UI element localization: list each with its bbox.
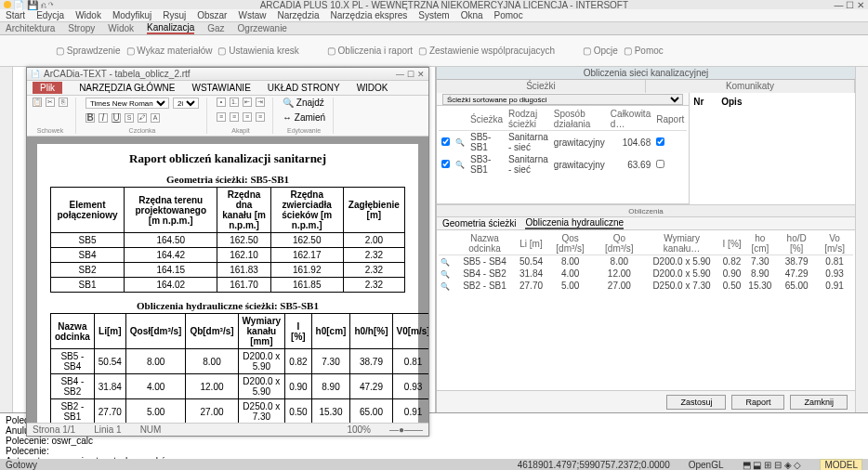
- app-menubar[interactable]: StartEdycjaWidokModyfikujRysujObszarWsta…: [0, 9, 868, 22]
- indent-dec-icon[interactable]: ⇤: [243, 98, 252, 107]
- te-max-button[interactable]: ☐: [407, 70, 414, 79]
- bullets-icon[interactable]: •: [217, 98, 226, 107]
- te-tab-0[interactable]: Plik: [33, 82, 62, 94]
- qat-icon: [4, 1, 11, 8]
- underline-button[interactable]: U: [112, 113, 121, 123]
- filter-select[interactable]: Ścieżki sortowane po długości: [442, 94, 683, 105]
- ribbon-tab-0[interactable]: Architektura: [6, 23, 55, 33]
- font-select[interactable]: Times New Roman: [85, 98, 169, 109]
- ribbon-panel[interactable]: ▢ Sprawdzenie▢ Wykaz materiałów▢ Ustawie…: [0, 35, 868, 67]
- paste-icon[interactable]: 📋: [33, 98, 42, 107]
- menu-pomoc[interactable]: Pomoc: [494, 10, 523, 20]
- te-tab-4[interactable]: WIDOK: [357, 83, 388, 93]
- strike-button[interactable]: S: [125, 113, 134, 123]
- menu-modyfikuj[interactable]: Modyfikuj: [112, 10, 151, 20]
- zoom-slider[interactable]: —●——: [389, 424, 423, 435]
- ribbon-tab-5[interactable]: Ogrzewanie: [238, 23, 287, 33]
- window-controls[interactable]: — ☐ ✕: [834, 0, 864, 10]
- align-center-icon[interactable]: ≡: [230, 112, 239, 122]
- calc-tab-0[interactable]: Geometria ścieżki: [442, 218, 516, 228]
- ribbon-item[interactable]: ▢ Pomoc: [624, 46, 664, 56]
- magnify-icon[interactable]: 🔍: [453, 153, 467, 176]
- panel-subtabs[interactable]: ŚcieżkiKomunikaty: [437, 80, 855, 93]
- zamknij-button[interactable]: Zamknij: [790, 395, 848, 410]
- te-ribbon[interactable]: 📋 ✂ ⎘ Schowek Times New Roman 20 B I U: [27, 96, 428, 137]
- te-document-area[interactable]: Raport obliczeń kanalizacji sanitarnej G…: [27, 137, 428, 423]
- ribbon-item[interactable]: ▢ Zestawienie wspólpracujacych: [418, 46, 555, 56]
- calc-tabs[interactable]: Geometria ścieżkiObliczenia hydrauliczne: [437, 217, 855, 230]
- te-tab-3[interactable]: UKŁAD STRONY: [268, 83, 340, 93]
- qat-buttons[interactable]: 📄 💾 ⎌ ↷: [13, 0, 54, 10]
- align-left-icon[interactable]: ≡: [217, 112, 226, 122]
- copy-icon[interactable]: ⎘: [59, 98, 68, 107]
- highlight-button[interactable]: 🖍: [138, 113, 147, 123]
- te-close-button[interactable]: ✕: [417, 70, 425, 79]
- menu-edycja[interactable]: Edycja: [36, 10, 64, 20]
- fontcolor-button[interactable]: A: [151, 113, 160, 123]
- fontsize-select[interactable]: 20: [173, 98, 199, 109]
- report-check[interactable]: [656, 160, 664, 168]
- path-row[interactable]: 🔍SB3-SB1Sanitarna - siećgrawitacyjny63.6…: [439, 153, 687, 176]
- te-tab-1[interactable]: NARZĘDZIA GŁÓWNE: [79, 83, 175, 93]
- replace-button[interactable]: ↔ Zamień: [283, 112, 325, 123]
- ribbon-item[interactable]: ▢ Sprawdzenie: [56, 46, 121, 56]
- menu-narzędzia[interactable]: Narzędzia: [277, 10, 319, 20]
- ribbon-tab-4[interactable]: Gaz: [207, 23, 224, 33]
- left-toolbar[interactable]: [0, 67, 13, 412]
- te-group-font: Czcionka: [85, 127, 199, 134]
- ribbon-item[interactable]: ▢ Obliczenia i raport: [327, 46, 413, 56]
- row-select[interactable]: [441, 160, 450, 168]
- magnify-icon[interactable]: 🔍: [453, 131, 467, 154]
- calc-results-table[interactable]: Nazwa odcinkaLi [m]Qos [dm³/s]Qo [dm³/s]…: [437, 230, 855, 390]
- app-title: ARCADIA PLUS 10.X PL - WEWNĘTRZNA NIEKOM…: [260, 0, 628, 10]
- raport-button[interactable]: Raport: [731, 395, 784, 410]
- magnify-icon[interactable]: 🔍: [441, 282, 450, 291]
- te-group-edit: Edytowanie: [283, 127, 325, 134]
- menu-okna[interactable]: Okna: [461, 10, 483, 20]
- zastosuj-button[interactable]: Zastosuj: [666, 395, 726, 410]
- calc-row[interactable]: 🔍SB2 - SB127.705.0027.00D250.0 x 7.300.5…: [439, 280, 853, 292]
- te-titlebar[interactable]: 📄 ArCADia-TEXT - tabela_oblicz_2.rtf — ☐…: [27, 68, 428, 81]
- ribbon-tab-1[interactable]: Stropy: [68, 23, 95, 33]
- te-statusbar: Strona 1/1 Linia 1 NUM 100% —●——: [27, 423, 428, 436]
- indent-inc-icon[interactable]: ⇥: [256, 98, 265, 107]
- calc-row[interactable]: 🔍SB4 - SB231.844.0012.00D200.0 x 5.900.9…: [439, 268, 853, 280]
- menu-widok[interactable]: Widok: [75, 10, 101, 20]
- status-icons[interactable]: ⬒ ⬓ ⊞ ⊟ ◈ ◇: [743, 460, 802, 470]
- calc-tab-1[interactable]: Obliczenia hydrauliczne: [525, 217, 624, 229]
- ribbon-item[interactable]: ▢ Ustawienia kresk: [217, 46, 298, 56]
- te-tab-2[interactable]: WSTAWIANIE: [191, 83, 250, 93]
- align-justify-icon[interactable]: ≡: [256, 112, 265, 122]
- te-min-button[interactable]: —: [396, 70, 404, 79]
- panel-filter[interactable]: Ścieżki sortowane po długości: [437, 93, 689, 106]
- ribbon-tab-3[interactable]: Kanalizacja: [147, 22, 194, 34]
- ribbon-item[interactable]: ▢ Wykaz materiałów: [126, 46, 213, 56]
- menu-obszar[interactable]: Obszar: [197, 10, 227, 20]
- drawing-canvas[interactable]: 📄 ArCADia-TEXT - tabela_oblicz_2.rtf — ☐…: [13, 67, 437, 412]
- magnify-icon[interactable]: 🔍: [441, 258, 450, 267]
- calc-row[interactable]: 🔍SB5 - SB450.548.008.00D200.0 x 5.900.82…: [439, 255, 853, 268]
- ribbon-tab-2[interactable]: Widok: [108, 23, 134, 33]
- menu-system[interactable]: System: [418, 10, 449, 20]
- menu-wstaw[interactable]: Wstaw: [238, 10, 266, 20]
- menu-start[interactable]: Start: [6, 10, 25, 20]
- path-row[interactable]: 🔍SB5-SB1Sanitarna - siećgrawitacyjny104.…: [439, 131, 687, 154]
- ribbon-item[interactable]: ▢ Opcje: [583, 46, 618, 56]
- row-select[interactable]: [441, 137, 450, 146]
- find-button[interactable]: 🔍 Znajdź: [283, 98, 324, 108]
- report-check[interactable]: [656, 137, 664, 146]
- menu-narzędzia ekspres[interactable]: Narzędzia ekspres: [330, 10, 407, 20]
- menu-rysuj[interactable]: Rysuj: [163, 10, 186, 20]
- ribbon-tabs[interactable]: ArchitekturaStropyWidokKanalizacjaGazOgr…: [0, 22, 868, 35]
- numbering-icon[interactable]: 1.: [230, 98, 239, 107]
- align-right-icon[interactable]: ≡: [243, 112, 252, 122]
- italic-button[interactable]: I: [99, 113, 108, 123]
- magnify-icon[interactable]: 🔍: [441, 270, 450, 279]
- status-model[interactable]: MODEL: [820, 459, 862, 471]
- bold-button[interactable]: B: [85, 113, 95, 123]
- paths-table[interactable]: ŚcieżkaRodzaj ścieżkiSposób działaniaCał…: [437, 106, 689, 204]
- cut-icon[interactable]: ✂: [46, 98, 55, 107]
- right-toolbar[interactable]: [855, 67, 868, 412]
- te-tabs[interactable]: PlikNARZĘDZIA GŁÓWNEWSTAWIANIEUKŁAD STRO…: [27, 81, 428, 96]
- status-opengl: OpenGL: [689, 460, 724, 470]
